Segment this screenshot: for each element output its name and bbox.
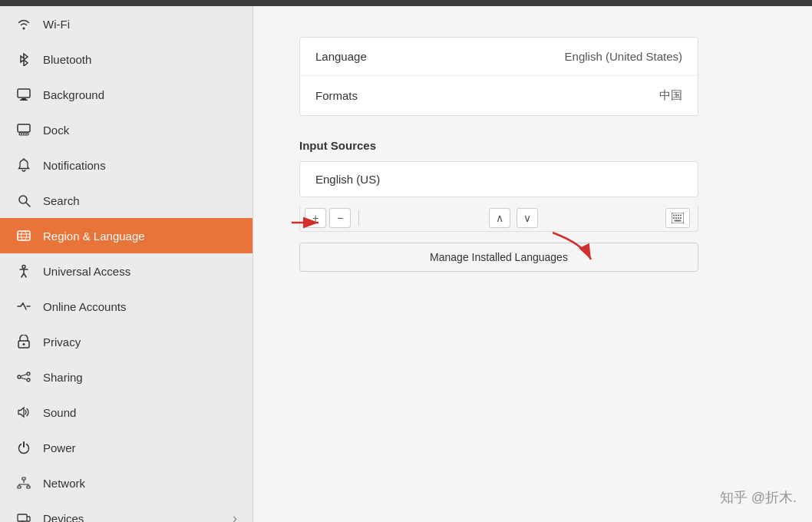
svg-rect-0 xyxy=(18,89,30,97)
svg-point-14 xyxy=(23,343,25,345)
sidebar-item-dock[interactable]: Dock xyxy=(0,112,253,147)
sidebar-item-label-bluetooth: Bluetooth xyxy=(43,53,91,66)
privacy-icon xyxy=(15,333,32,350)
svg-rect-33 xyxy=(678,217,679,219)
language-formats-card: Language English (United States) Formats… xyxy=(299,37,698,116)
sidebar-item-devices[interactable]: Devices› xyxy=(0,501,253,522)
sidebar-item-label-wifi: Wi-Fi xyxy=(43,18,70,31)
svg-rect-10 xyxy=(18,231,30,240)
content-area: Language English (United States) Formats… xyxy=(253,6,812,522)
svg-point-15 xyxy=(18,375,21,378)
sidebar-item-label-devices: Devices xyxy=(43,512,84,523)
input-sources-title: Input Sources xyxy=(299,139,766,152)
svg-rect-34 xyxy=(680,217,682,219)
sidebar-item-sharing[interactable]: Sharing xyxy=(0,359,253,395)
svg-line-9 xyxy=(26,203,30,206)
sidebar-item-universal-access[interactable]: Universal Access xyxy=(0,253,253,289)
svg-rect-31 xyxy=(673,217,675,219)
sidebar-item-region-language[interactable]: Region & Language xyxy=(0,218,253,253)
svg-rect-35 xyxy=(675,220,682,222)
sidebar-item-label-network: Network xyxy=(43,477,85,490)
svg-rect-2 xyxy=(20,100,28,101)
formats-value: 中国 xyxy=(659,88,682,103)
sound-icon xyxy=(15,404,32,421)
watermark: 知乎 @折木. xyxy=(720,488,797,507)
svg-rect-22 xyxy=(27,486,30,488)
svg-point-11 xyxy=(21,231,27,240)
move-down-button[interactable]: ∨ xyxy=(517,208,538,228)
sidebar-item-label-background: Background xyxy=(43,88,104,101)
sidebar-item-power[interactable]: Power xyxy=(0,430,253,465)
svg-rect-5 xyxy=(21,134,22,134)
toolbar-separator xyxy=(358,210,359,226)
svg-rect-32 xyxy=(675,217,677,219)
keyboard-icon xyxy=(672,213,684,223)
sidebar-item-label-search: Search xyxy=(43,194,80,207)
manage-installed-languages-button[interactable]: Manage Installed Languages xyxy=(299,243,698,272)
svg-rect-6 xyxy=(23,134,25,134)
remove-source-button[interactable]: − xyxy=(329,208,351,228)
region-language-icon xyxy=(15,227,32,244)
add-source-button[interactable]: + xyxy=(305,208,326,228)
svg-line-18 xyxy=(21,375,27,377)
svg-rect-27 xyxy=(673,215,675,216)
input-source-item: English (US) xyxy=(300,162,698,197)
sidebar-item-label-sound: Sound xyxy=(43,406,76,419)
top-bar xyxy=(0,0,812,6)
online-accounts-icon xyxy=(15,298,32,315)
svg-rect-3 xyxy=(18,124,30,132)
language-value: English (United States) xyxy=(565,50,682,63)
power-icon xyxy=(15,439,32,456)
sidebar-item-label-universal-access: Universal Access xyxy=(43,265,130,278)
bluetooth-icon xyxy=(15,51,32,68)
sidebar-item-online-accounts[interactable]: Online Accounts xyxy=(0,289,253,324)
svg-rect-21 xyxy=(18,486,21,488)
sidebar-item-sound[interactable]: Sound xyxy=(0,395,253,430)
search-icon xyxy=(15,192,32,209)
formats-row: Formats 中国 xyxy=(300,76,698,115)
move-up-button[interactable]: ∧ xyxy=(489,208,510,228)
dock-icon xyxy=(15,121,32,138)
sidebar: Wi-FiBluetoothBackgroundDockNotification… xyxy=(0,6,253,522)
wifi-icon xyxy=(15,15,32,32)
notifications-icon xyxy=(15,157,32,173)
keyboard-layout-button[interactable] xyxy=(665,208,690,228)
sidebar-item-label-dock: Dock xyxy=(43,124,69,137)
svg-rect-28 xyxy=(675,215,677,216)
sidebar-item-label-sharing: Sharing xyxy=(43,371,83,384)
sidebar-item-label-power: Power xyxy=(43,441,76,454)
universal-access-icon xyxy=(15,263,32,279)
sidebar-item-notifications[interactable]: Notifications xyxy=(0,147,253,183)
sidebar-item-label-online-accounts: Online Accounts xyxy=(43,300,126,313)
svg-rect-7 xyxy=(25,134,27,134)
language-row: Language English (United States) xyxy=(300,38,698,76)
input-sources-card: English (US) xyxy=(299,161,698,197)
formats-label: Formats xyxy=(315,89,659,102)
svg-point-12 xyxy=(22,266,25,269)
sidebar-item-label-notifications: Notifications xyxy=(43,159,106,172)
sidebar-item-bluetooth[interactable]: Bluetooth xyxy=(0,41,253,77)
sharing-icon xyxy=(15,368,32,385)
svg-line-19 xyxy=(21,378,27,380)
input-source-toolbar: + − ∧ ∨ xyxy=(299,205,698,232)
svg-rect-29 xyxy=(678,215,679,216)
sidebar-item-search[interactable]: Search xyxy=(0,183,253,218)
devices-icon xyxy=(15,510,32,522)
svg-rect-23 xyxy=(18,514,27,521)
sidebar-item-wifi[interactable]: Wi-Fi xyxy=(0,6,253,41)
language-label: Language xyxy=(315,50,565,63)
sidebar-item-privacy[interactable]: Privacy xyxy=(0,324,253,359)
svg-point-16 xyxy=(27,372,30,375)
svg-rect-20 xyxy=(22,477,25,480)
network-icon xyxy=(15,474,32,491)
sidebar-item-background[interactable]: Background xyxy=(0,77,253,112)
svg-rect-30 xyxy=(680,215,682,216)
sidebar-item-label-region-language: Region & Language xyxy=(43,230,145,243)
sidebar-item-label-privacy: Privacy xyxy=(43,335,81,349)
background-icon xyxy=(15,86,32,103)
toolbar-right-buttons: ∧ ∨ xyxy=(489,208,541,228)
svg-point-17 xyxy=(27,378,30,382)
sidebar-item-network[interactable]: Network xyxy=(0,465,253,501)
chevron-icon-devices: › xyxy=(233,510,237,523)
